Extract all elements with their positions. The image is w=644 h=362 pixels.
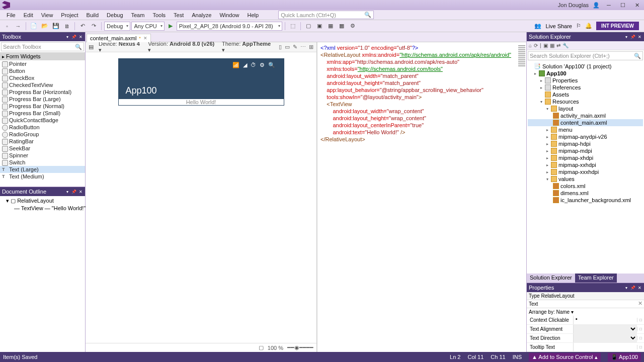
toolbox-item[interactable]: CheckBox: [0, 74, 85, 81]
pin-icon[interactable]: 📌: [71, 34, 76, 39]
menu-team[interactable]: Team: [128, 11, 148, 19]
outline-root[interactable]: ▾ ▢ RelativeLayout: [2, 197, 83, 205]
tree-node[interactable]: Assets: [528, 91, 643, 98]
tb-icon-1[interactable]: ⬚: [288, 22, 298, 31]
menu-view[interactable]: View: [38, 11, 57, 19]
feedback-icon[interactable]: ⚐: [576, 23, 581, 29]
grid-icon[interactable]: ⊞: [309, 44, 313, 50]
landscape-icon[interactable]: ▭: [285, 44, 290, 50]
toolbox-item[interactable]: RadioButton: [0, 124, 85, 131]
live-share-label[interactable]: Live Share: [545, 23, 572, 29]
tree-node[interactable]: ▸ mipmap-hdpi: [528, 140, 643, 147]
menu-file[interactable]: File: [3, 11, 19, 19]
tree-file[interactable]: dimens.xml: [528, 190, 643, 197]
start-button[interactable]: ▶: [166, 22, 176, 31]
pin-icon[interactable]: 📌: [630, 285, 635, 290]
toolbox-item[interactable]: Switch: [0, 159, 85, 166]
tree-node[interactable]: ▾ layout: [528, 105, 643, 112]
zoom-slider[interactable]: ━━◉━━━━: [287, 344, 313, 351]
save-button[interactable]: 💾: [51, 22, 61, 31]
theme-combo[interactable]: AppTheme: [242, 41, 271, 47]
tree-file-active[interactable]: content_main.axml: [528, 119, 643, 126]
zoom-toggle-icon[interactable]: ▢: [259, 344, 264, 351]
menu-help[interactable]: Help: [244, 11, 263, 19]
property-value[interactable]: [573, 334, 637, 342]
toolbox-item[interactable]: Progress Bar (Large): [0, 96, 85, 103]
menu-build[interactable]: Build: [83, 11, 102, 19]
close-button[interactable]: ✕: [632, 2, 642, 9]
live-share-icon[interactable]: 👥: [534, 23, 541, 29]
pin-icon[interactable]: ▾: [65, 34, 70, 39]
tree-file[interactable]: activity_main.axml: [528, 112, 643, 119]
pin-icon[interactable]: ▾: [624, 285, 629, 290]
toolbox-item[interactable]: RadioGroup: [0, 131, 85, 138]
tb-icon-6[interactable]: ⚙: [348, 22, 358, 31]
undo-button[interactable]: ↶: [77, 22, 88, 31]
tree-node[interactable]: ▸ mipmap-xhdpi: [528, 154, 643, 161]
close-tab-icon[interactable]: ✕: [143, 36, 147, 41]
toolbox-item[interactable]: Text (Medium): [0, 173, 85, 180]
toolbox-item[interactable]: Text (Large): [0, 166, 85, 173]
properties-icon[interactable]: 🔧: [562, 43, 569, 48]
tree-file[interactable]: colors.xml: [528, 183, 643, 190]
show-all-icon[interactable]: ▦: [550, 43, 554, 48]
properties-filter[interactable]: [527, 300, 636, 308]
tb-icon-2[interactable]: ▢: [303, 22, 313, 31]
user-avatar-icon[interactable]: 👤: [593, 2, 600, 9]
toolbox-item[interactable]: SeekBar: [0, 145, 85, 152]
toolbox-item[interactable]: Button: [0, 67, 85, 74]
designer-canvas[interactable]: 📶 ◢ ⏱ ⚙ 🔍 App100 Hello World!: [86, 52, 316, 343]
tab-team-explorer[interactable]: Team Explorer: [575, 274, 617, 283]
menu-analyze[interactable]: Analyze: [188, 11, 215, 19]
forward-button[interactable]: →: [13, 22, 23, 31]
target-combo[interactable]: Pixel_2_API_28 (Android 9.0 - API 28): [177, 22, 282, 31]
property-marker-icon[interactable]: □: [637, 318, 644, 322]
refresh-icon[interactable]: ⟳: [534, 43, 538, 48]
toolbox-item[interactable]: RatingBar: [0, 138, 85, 145]
tb-icon-5[interactable]: ▩: [337, 22, 347, 31]
tree-node[interactable]: ▸ mipmap-xxhdpi: [528, 161, 643, 168]
toolbox-item[interactable]: Pointer: [0, 60, 85, 67]
close-icon[interactable]: ✕: [637, 285, 642, 290]
portrait-icon[interactable]: ▯: [279, 44, 282, 50]
toolbox-item[interactable]: Progress Bar (Horizontal): [0, 88, 85, 96]
new-project-button[interactable]: 📄: [29, 22, 39, 31]
tree-node[interactable]: ▸ mipmap-anydpi-v26: [528, 133, 643, 140]
property-value[interactable]: [573, 343, 637, 351]
open-button[interactable]: 📂: [40, 22, 50, 31]
collapse-icon[interactable]: ▣: [543, 43, 548, 48]
tb-icon-4[interactable]: ▦: [326, 22, 336, 31]
redo-button[interactable]: ↷: [89, 22, 99, 31]
status-project[interactable]: 📱 App100: [608, 353, 641, 361]
properties-arrange[interactable]: Arrange by: Name ▾: [527, 308, 644, 316]
toolbox-item[interactable]: Progress Bar (Small): [0, 110, 85, 117]
pin-icon[interactable]: ▾: [65, 189, 70, 194]
config-combo[interactable]: Debug: [104, 22, 130, 31]
sync-icon[interactable]: ⇄: [556, 43, 560, 48]
tree-node[interactable]: ▸ mipmap-xxxhdpi: [528, 168, 643, 175]
pin-icon[interactable]: 📌: [630, 34, 635, 39]
quick-launch-input[interactable]: Quick Launch (Ctrl+Q) 🔍: [278, 11, 374, 19]
toolbox-group[interactable]: ▸ Form Widgets: [0, 52, 85, 60]
save-all-button[interactable]: 🗎: [62, 22, 72, 31]
version-combo[interactable]: Android 8.0 (v26): [170, 41, 214, 47]
edit-icon[interactable]: ✎: [293, 44, 297, 50]
tree-file[interactable]: ic_launcher_background.xml: [528, 197, 643, 204]
pin-icon[interactable]: ▾: [624, 34, 629, 39]
tab-solution-explorer[interactable]: Solution Explorer: [527, 274, 575, 283]
project-node[interactable]: ▸ App100: [528, 70, 643, 77]
source-control-button[interactable]: ▲ Add to Source Control ▴: [529, 353, 601, 361]
toolbox-item[interactable]: Progress Bar (Normal): [0, 103, 85, 110]
toolbox-item[interactable]: Spinner: [0, 152, 85, 159]
maximize-button[interactable]: ☐: [618, 2, 628, 9]
property-marker-icon[interactable]: □: [637, 327, 644, 331]
hello-text[interactable]: Hello World!: [186, 99, 216, 105]
toolbox-search[interactable]: Search Toolbox 🔍: [1, 42, 84, 51]
toolbox-item[interactable]: QuickContactBadge: [0, 117, 85, 124]
tree-node[interactable]: ▸ mipmap-mdpi: [528, 147, 643, 154]
menu-debug[interactable]: Debug: [103, 11, 126, 19]
platform-combo[interactable]: Any CPU: [131, 22, 164, 31]
split-icon[interactable]: ▤: [89, 44, 94, 50]
tree-node[interactable]: ▸ Properties: [528, 77, 643, 84]
toolbox-item[interactable]: CheckedTextView: [0, 81, 85, 88]
